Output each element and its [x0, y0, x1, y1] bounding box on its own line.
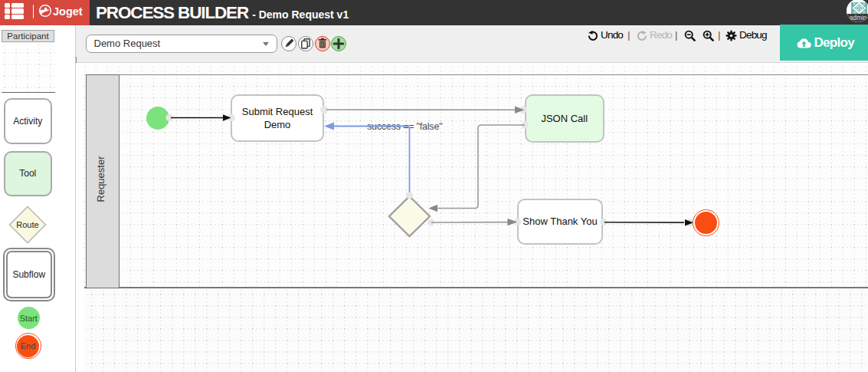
- svg-text:admin: admin: [849, 14, 866, 21]
- svg-text:Route: Route: [16, 220, 38, 229]
